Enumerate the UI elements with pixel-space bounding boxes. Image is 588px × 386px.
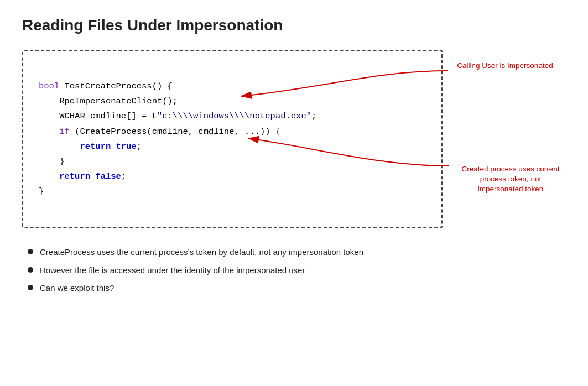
code-box: bool TestCreateProcess() { RpcImpersonat… — [22, 50, 443, 228]
bullet-item-2: However the file is accessed under the i… — [28, 264, 443, 277]
page-title: Reading Files Under Impersonation — [22, 17, 566, 34]
slide-container: bool TestCreateProcess() { RpcImpersonat… — [22, 50, 564, 295]
annotation-calling-user: Calling User is Impersonated — [452, 61, 558, 71]
code-block: bool TestCreateProcess() { RpcImpersonat… — [39, 64, 426, 214]
code-keyword-bool: bool — [39, 81, 59, 91]
bullet-item-1: CreateProcess uses the current process’s… — [28, 246, 443, 259]
annotation-created-process: Created process uses currentprocess toke… — [450, 164, 571, 195]
bullet-text-3: Can we exploit this? — [40, 282, 114, 295]
bullet-text-1: CreateProcess uses the current process’s… — [40, 246, 363, 259]
bullet-text-2: However the file is accessed under the i… — [40, 264, 305, 277]
bullet-dot-1 — [28, 249, 33, 254]
bullet-item-3: Can we exploit this? — [28, 282, 443, 295]
bullets-section: CreateProcess uses the current process’s… — [22, 246, 443, 295]
bullet-list: CreateProcess uses the current process’s… — [28, 246, 443, 295]
bullet-dot-2 — [28, 267, 33, 273]
bullet-dot-3 — [28, 285, 33, 290]
